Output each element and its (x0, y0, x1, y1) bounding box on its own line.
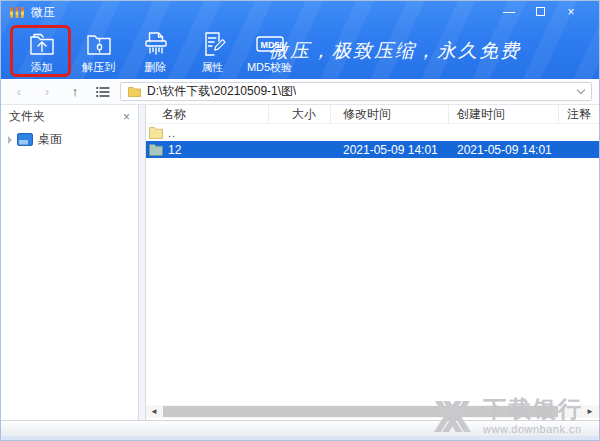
list-view-icon (96, 86, 110, 98)
sidebar-close-button[interactable]: × (123, 110, 130, 124)
toolbar-label: 解压到 (82, 62, 115, 73)
toolbar: 添加 解压到 (1, 23, 599, 79)
chevron-down-icon[interactable] (577, 85, 585, 93)
properties-icon (198, 29, 228, 59)
sidebar-title: 文件夹 (9, 108, 45, 125)
column-header-created[interactable]: 创建时间 (449, 105, 559, 123)
minimize-button[interactable]: — (503, 6, 515, 18)
column-header-name[interactable]: 名称 (146, 105, 269, 123)
back-button[interactable]: ‹ (8, 82, 30, 102)
folder-up-icon (149, 127, 163, 139)
desktop-icon (17, 133, 33, 146)
window-bottom-edge (1, 436, 599, 440)
table-row-parent-dir[interactable]: .. (146, 124, 599, 141)
scroll-left-icon[interactable]: ◄ (147, 405, 161, 418)
add-button[interactable]: 添加 (13, 25, 70, 77)
up-button[interactable]: ↑ (64, 82, 86, 102)
toolbar-label: 属性 (202, 62, 224, 73)
column-header-modified[interactable]: 修改时间 (331, 105, 449, 123)
window-controls: — × (503, 6, 591, 18)
address-bar: ‹ › ↑ D:\软件下载\20210509-1\图\ (1, 79, 599, 105)
sidebar-header: 文件夹 × (1, 105, 138, 128)
column-header-size[interactable]: 大小 (269, 105, 331, 123)
extract-icon (84, 29, 114, 59)
folder-icon (128, 86, 141, 97)
scroll-right-icon[interactable]: ► (583, 405, 597, 418)
watermark-url: www.downbank.cn (483, 423, 582, 435)
toolbar-label: 删除 (145, 62, 167, 73)
file-name: .. (168, 127, 176, 139)
expander-icon[interactable] (8, 136, 12, 144)
table-row-selected[interactable]: 12 2021-05-09 14:01 2021-05-09 14:01 (146, 141, 599, 158)
downbank-logo: XX (433, 398, 471, 435)
file-modified-time: 2021-05-09 14:01 (331, 143, 449, 157)
file-list: 名称 大小 修改时间 创建时间 注释 .. (145, 105, 599, 420)
file-created-time: 2021-05-09 14:01 (449, 143, 559, 157)
title-bar: 微压 — × (1, 1, 599, 23)
shredder-icon (141, 29, 171, 59)
folders-sidebar: 文件夹 × 桌面 (1, 105, 139, 420)
close-button[interactable]: × (565, 6, 577, 18)
watermark-title: 下载银行 (483, 398, 583, 421)
toolbar-label: 添加 (31, 62, 53, 73)
maximize-button[interactable] (534, 6, 546, 18)
sidebar-item-desktop[interactable]: 桌面 (1, 128, 138, 148)
view-mode-button[interactable] (92, 82, 114, 102)
address-path-text: D:\软件下载\20210509-1\图\ (147, 83, 296, 100)
column-header-comment[interactable]: 注释 (559, 105, 599, 123)
extract-button[interactable]: 解压到 (70, 25, 127, 77)
add-archive-icon (27, 29, 57, 59)
app-window: 微压 — × 添加 (0, 0, 600, 441)
folder-icon (149, 144, 163, 156)
main-area: 文件夹 × 桌面 名称 大小 修改时间 创建时间 注释 (1, 105, 599, 420)
list-column-headers: 名称 大小 修改时间 创建时间 注释 (146, 105, 599, 124)
site-watermark: XX 下载银行 www.downbank.cn (433, 398, 583, 435)
window-title: 微压 (31, 4, 55, 21)
forward-button[interactable]: › (36, 82, 58, 102)
maximize-icon (536, 7, 545, 16)
sidebar-item-label: 桌面 (38, 131, 62, 148)
header-area: 微压 — × 添加 (1, 1, 599, 79)
file-name: 12 (168, 143, 181, 157)
address-path-input[interactable]: D:\软件下载\20210509-1\图\ (120, 82, 592, 101)
brand-slogan: 微压，极致压缩，永久免费 (269, 38, 521, 64)
delete-button[interactable]: 删除 (127, 25, 184, 77)
properties-button[interactable]: 属性 (184, 25, 241, 77)
app-logo-icon (9, 5, 25, 20)
